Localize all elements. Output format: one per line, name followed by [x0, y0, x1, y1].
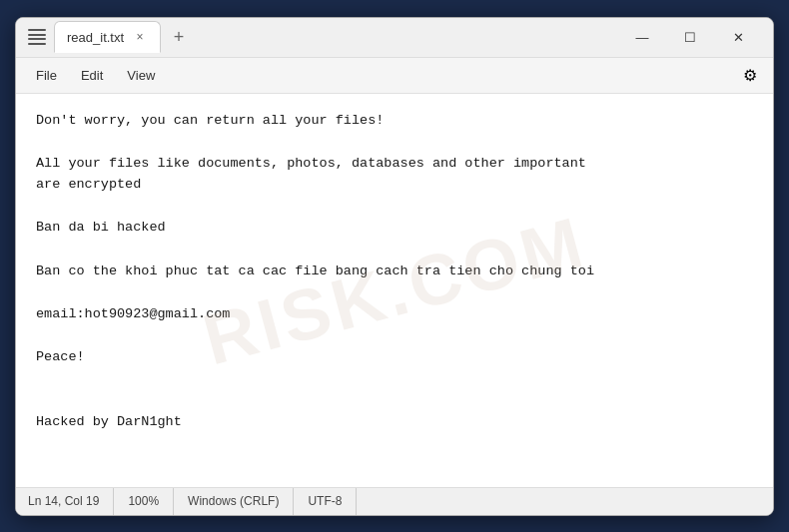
minimize-button[interactable]: — — [619, 21, 665, 53]
encoding: UTF-8 — [294, 488, 357, 515]
window-controls: — ☐ ✕ — [619, 21, 761, 53]
notepad-window: read_it.txt × + — ☐ ✕ File Edit View ⚙ D… — [15, 17, 774, 516]
close-button[interactable]: ✕ — [715, 21, 761, 53]
document-icon — [28, 28, 46, 46]
zoom-level: 100% — [114, 488, 174, 515]
tab-close-button[interactable]: × — [132, 29, 148, 45]
menu-file[interactable]: File — [24, 62, 69, 89]
statusbar: Ln 14, Col 19 100% Windows (CRLF) UTF-8 — [16, 487, 773, 515]
line-ending: Windows (CRLF) — [174, 488, 294, 515]
titlebar: read_it.txt × + — ☐ ✕ — [16, 18, 773, 58]
menu-view[interactable]: View — [115, 62, 167, 89]
tab-label: read_it.txt — [67, 30, 124, 45]
menubar: File Edit View ⚙ — [16, 58, 773, 94]
settings-button[interactable]: ⚙ — [735, 60, 765, 90]
new-tab-button[interactable]: + — [165, 23, 193, 51]
text-editor-area[interactable]: Don't worry, you can return all your fil… — [16, 94, 773, 487]
text-content: Don't worry, you can return all your fil… — [36, 110, 753, 433]
cursor-position: Ln 14, Col 19 — [28, 488, 114, 515]
maximize-button[interactable]: ☐ — [667, 21, 713, 53]
menu-edit[interactable]: Edit — [69, 62, 115, 89]
active-tab[interactable]: read_it.txt × — [54, 21, 161, 53]
gear-icon: ⚙ — [743, 66, 757, 85]
